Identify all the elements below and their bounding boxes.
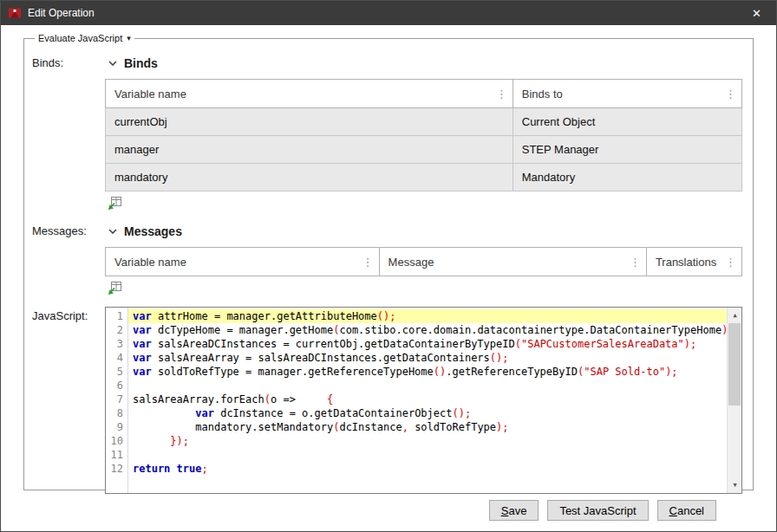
messages-content: Messages Variable name⋮Message⋮Translati…	[105, 222, 742, 295]
footer-buttons: SaveTest JavaScriptCancel	[23, 490, 754, 521]
messages-label: Messages:	[32, 222, 105, 295]
binds-table-row[interactable]: managerSTEP Manager	[106, 136, 742, 164]
code-line[interactable]: });	[128, 434, 727, 448]
binds-label: Binds:	[32, 54, 105, 211]
javascript-form-row: JavaScript: 123456789101112 var attrHome…	[32, 307, 742, 494]
binds-add-row-button[interactable]	[107, 194, 123, 211]
column-menu-icon[interactable]: ⋮	[725, 256, 736, 269]
edit-operation-dialog: Edit Operation ✕ Evaluate JavaScript ▾ B…	[0, 0, 777, 532]
binds-table-cell[interactable]: Current Object	[513, 108, 741, 136]
cancel-button[interactable]: Cancel	[657, 500, 716, 521]
save-button[interactable]: Save	[489, 500, 539, 521]
messages-table: Variable name⋮Message⋮Translations⋮	[105, 247, 742, 276]
code-line[interactable]: var salsAreaArray = salsAreaDCInstances.…	[128, 351, 727, 365]
editor-scrollbar[interactable]: ▲ ▼	[727, 308, 741, 493]
binds-section-title: Binds	[124, 56, 158, 70]
chevron-down-icon	[108, 61, 117, 66]
messages-column-header[interactable]: Translations⋮	[646, 248, 741, 276]
operation-groupbox: Evaluate JavaScript ▾ Binds: Binds Varia…	[23, 33, 754, 490]
line-number: 5	[106, 365, 123, 379]
binds-table-cell[interactable]: mandatory	[106, 164, 513, 191]
javascript-label: JavaScript:	[32, 307, 105, 494]
operation-type-dropdown[interactable]: Evaluate JavaScript ▾	[35, 33, 134, 43]
messages-column-header[interactable]: Message⋮	[379, 248, 646, 276]
column-header-label: Variable name	[114, 88, 186, 101]
messages-add-row-button[interactable]	[107, 279, 123, 295]
close-button[interactable]: ✕	[737, 1, 776, 25]
line-number: 2	[106, 323, 123, 337]
line-number: 11	[106, 448, 123, 462]
scroll-down-arrow[interactable]: ▼	[728, 478, 742, 492]
binds-table-cell[interactable]: manager	[106, 136, 513, 164]
column-menu-icon[interactable]: ⋮	[362, 256, 374, 269]
column-header-label: Translations	[656, 256, 716, 269]
code-line[interactable]: var attrHome = manager.getAttributeHome(…	[128, 309, 727, 323]
binds-column-header[interactable]: Binds to⋮	[513, 80, 741, 108]
chevron-down-icon	[108, 229, 117, 234]
column-menu-icon[interactable]: ⋮	[725, 88, 736, 101]
scroll-up-arrow[interactable]: ▲	[728, 308, 742, 322]
titlebar: Edit Operation ✕	[1, 1, 776, 25]
code-lines[interactable]: var attrHome = manager.getAttributeHome(…	[128, 308, 727, 493]
line-number: 1	[106, 309, 123, 323]
code-line[interactable]	[128, 448, 727, 462]
binds-table-cell[interactable]: Mandatory	[513, 164, 741, 191]
binds-form-row: Binds: Binds Variable name⋮Binds to⋮ cur…	[32, 54, 742, 211]
code-line[interactable]: var soldToRefType = manager.getReference…	[128, 365, 727, 379]
column-header-label: Binds to	[522, 88, 563, 101]
column-header-label: Variable name	[114, 256, 186, 269]
code-line[interactable]: var salsAreaDCInstances = currentObj.get…	[128, 337, 727, 351]
code-line[interactable]: return true;	[128, 462, 727, 476]
binds-section-toggle[interactable]: Binds	[108, 56, 742, 70]
line-number: 8	[106, 406, 123, 420]
code-line[interactable]: var dcTypeHome = manager.getHome(com.sti…	[128, 323, 727, 337]
binds-header-row: Variable name⋮Binds to⋮	[106, 80, 742, 108]
dropdown-caret-icon: ▾	[127, 34, 131, 42]
messages-header-row: Variable name⋮Message⋮Translations⋮	[106, 248, 742, 276]
code-line[interactable]: var dcInstance = o.getDataContainerObjec…	[128, 406, 727, 420]
operation-type-label: Evaluate JavaScript	[38, 33, 122, 43]
dialog-body: Evaluate JavaScript ▾ Binds: Binds Varia…	[1, 25, 776, 531]
messages-column-header[interactable]: Variable name⋮	[106, 248, 380, 276]
code-line[interactable]: salsAreaArray.forEach(o => {	[128, 393, 727, 406]
line-number: 10	[106, 434, 123, 448]
app-icon	[8, 6, 22, 20]
binds-table-cell[interactable]: currentObj	[106, 108, 513, 136]
javascript-editor[interactable]: 123456789101112 var attrHome = manager.g…	[105, 307, 742, 494]
messages-form-row: Messages: Messages Variable name⋮Message…	[32, 222, 742, 295]
binds-content: Binds Variable name⋮Binds to⋮ currentObj…	[105, 54, 742, 211]
code-gutter: 123456789101112	[106, 308, 128, 493]
add-row-icon	[107, 194, 123, 211]
code-line[interactable]	[128, 379, 727, 393]
messages-section-title: Messages	[124, 224, 182, 238]
binds-table-body: currentObjCurrent ObjectmanagerSTEP Mana…	[106, 108, 742, 191]
binds-column-header[interactable]: Variable name⋮	[106, 80, 513, 108]
add-row-icon	[107, 279, 123, 295]
window-title: Edit Operation	[28, 7, 737, 19]
line-number: 12	[106, 462, 123, 476]
messages-section-toggle[interactable]: Messages	[108, 224, 742, 238]
line-number: 9	[106, 420, 123, 434]
test-javascript-button[interactable]: Test JavaScript	[547, 500, 648, 521]
column-menu-icon[interactable]: ⋮	[630, 256, 641, 269]
line-number: 4	[106, 351, 123, 365]
binds-table-row[interactable]: mandatoryMandatory	[106, 164, 742, 191]
line-number: 7	[106, 393, 123, 406]
scrollbar-thumb[interactable]	[728, 323, 741, 405]
column-header-label: Message	[388, 256, 434, 269]
code-line[interactable]: mandatory.setMandatory(dcInstance, soldT…	[128, 420, 727, 434]
line-number: 3	[106, 337, 123, 351]
binds-table-row[interactable]: currentObjCurrent Object	[106, 108, 742, 136]
line-number: 6	[106, 379, 123, 393]
binds-table: Variable name⋮Binds to⋮ currentObjCurren…	[105, 79, 742, 191]
binds-table-cell[interactable]: STEP Manager	[513, 136, 741, 164]
column-menu-icon[interactable]: ⋮	[496, 88, 507, 101]
